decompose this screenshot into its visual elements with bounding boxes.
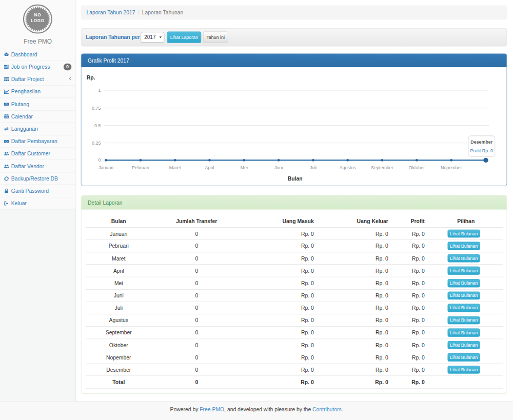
- svg-text:Juli: Juli: [310, 165, 317, 170]
- svg-text:September: September: [371, 165, 393, 170]
- svg-text:Maret: Maret: [169, 165, 181, 170]
- svg-text:LOGO: LOGO: [31, 18, 45, 23]
- svg-text:NO: NO: [34, 13, 42, 17]
- svg-text:0.25: 0.25: [92, 141, 101, 146]
- svg-text:Oktober: Oktober: [409, 165, 425, 170]
- svg-text:Rp.: Rp.: [87, 74, 95, 80]
- svg-text:Profit Rp: 0: Profit Rp: 0: [470, 148, 493, 153]
- svg-text:Nopember: Nopember: [441, 165, 462, 170]
- svg-text:Bulan: Bulan: [288, 175, 303, 181]
- svg-text:Desember: Desember: [470, 139, 492, 145]
- svg-text:Juni: Juni: [274, 165, 283, 170]
- svg-text:Mei: Mei: [241, 165, 248, 170]
- svg-text:0.75: 0.75: [92, 106, 101, 111]
- svg-text:Agustus: Agustus: [340, 165, 357, 170]
- svg-text:Januari: Januari: [98, 165, 113, 170]
- svg-text:April: April: [205, 165, 214, 170]
- svg-text:Pebruari: Pebruari: [132, 165, 149, 170]
- svg-text:0: 0: [98, 157, 101, 163]
- svg-text:0.5: 0.5: [94, 123, 101, 128]
- svg-text:1: 1: [98, 88, 101, 93]
